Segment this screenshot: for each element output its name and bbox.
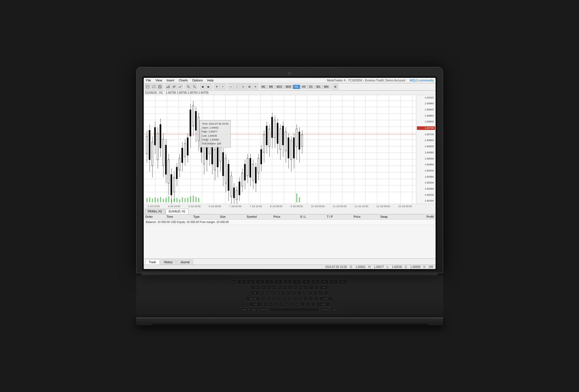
scroll-left-btn[interactable]: ◀ xyxy=(200,84,205,89)
save-btn[interactable] xyxy=(157,84,163,89)
key-f6[interactable]: F6 xyxy=(284,280,292,284)
tf-m5[interactable]: M5 xyxy=(267,85,275,89)
menu-help[interactable]: Help xyxy=(206,79,215,82)
key-h[interactable]: H xyxy=(287,296,292,301)
tf-m15[interactable]: M15 xyxy=(275,85,284,89)
tab-euxaud[interactable]: EUXAUD, H1 xyxy=(166,209,189,214)
menu-insert[interactable]: Insert xyxy=(166,79,175,82)
key-cmd-r[interactable]: command xyxy=(320,308,330,312)
key-ctrl-l[interactable]: control xyxy=(240,308,249,312)
key-v[interactable]: V xyxy=(279,302,284,306)
key-backslash[interactable]: \ xyxy=(324,291,328,295)
candlestick-chart[interactable] xyxy=(144,95,416,204)
key-f9[interactable]: F9 xyxy=(311,280,319,284)
key-g[interactable]: G xyxy=(282,296,287,301)
key-o[interactable]: O xyxy=(302,291,307,295)
line-chart-btn[interactable] xyxy=(177,84,183,89)
new-chart-btn[interactable] xyxy=(145,84,150,89)
key-equals[interactable]: = xyxy=(314,285,319,290)
key-f11[interactable]: F11 xyxy=(330,280,338,284)
key-q[interactable]: Q xyxy=(260,291,265,295)
key-shift-r[interactable]: shift xyxy=(316,302,330,306)
key-quote[interactable]: ' xyxy=(314,296,318,301)
trendline-btn[interactable]: / xyxy=(234,84,240,89)
key-z[interactable]: Z xyxy=(263,302,268,306)
indicators-btn[interactable]: # xyxy=(253,84,258,89)
key-8[interactable]: 8 xyxy=(293,285,298,290)
settings-btn[interactable]: ⊞ xyxy=(333,84,338,89)
key-6[interactable]: 6 xyxy=(283,285,287,290)
crosshair-btn[interactable]: ✛ xyxy=(214,84,220,89)
key-shift-l[interactable]: shift xyxy=(249,302,263,306)
key-k[interactable]: K xyxy=(298,296,302,301)
key-f3[interactable]: F3 xyxy=(256,280,264,284)
key-f8[interactable]: F8 xyxy=(302,280,310,284)
tf-w1[interactable]: W1 xyxy=(315,85,322,89)
plus-btn[interactable]: + xyxy=(220,84,226,89)
key-period[interactable]: . xyxy=(306,302,310,306)
key-7[interactable]: 7 xyxy=(288,285,292,290)
key-space[interactable] xyxy=(269,308,319,312)
key-m[interactable]: M xyxy=(295,302,300,306)
key-1[interactable]: 1 xyxy=(256,285,261,290)
bar-chart-btn[interactable] xyxy=(165,84,171,89)
menu-charts[interactable]: Charts xyxy=(178,79,188,82)
key-a[interactable]: A xyxy=(261,296,265,301)
key-2[interactable]: 2 xyxy=(261,285,266,290)
menu-view[interactable]: View xyxy=(155,79,163,82)
key-comma[interactable]: , xyxy=(301,302,305,306)
key-w[interactable]: W xyxy=(265,291,270,295)
key-b[interactable]: B xyxy=(285,302,289,306)
scroll-right-btn[interactable]: ▶ xyxy=(206,84,212,89)
tf-m30[interactable]: M30 xyxy=(284,85,293,89)
key-capslock[interactable]: caps lock xyxy=(246,296,260,301)
grid-btn[interactable]: ⊞ xyxy=(247,84,252,89)
key-y[interactable]: Y xyxy=(287,291,291,295)
key-p[interactable]: P xyxy=(308,291,312,295)
key-slash[interactable]: / xyxy=(311,302,316,306)
menu-options[interactable]: Options xyxy=(191,79,204,82)
mql5-link[interactable]: MQL5.community xyxy=(410,79,434,82)
key-d[interactable]: D xyxy=(272,296,276,301)
key-rbracket[interactable]: ] xyxy=(318,291,323,295)
key-option-r[interactable]: option xyxy=(330,308,339,312)
open-btn[interactable] xyxy=(151,84,157,89)
tf-m1[interactable]: M1 xyxy=(260,85,267,89)
key-f[interactable]: F xyxy=(277,296,281,301)
key-cmd-l[interactable]: command xyxy=(259,308,268,312)
candle-chart-btn[interactable] xyxy=(171,84,177,89)
key-option-l[interactable]: option xyxy=(249,308,258,312)
key-3[interactable]: 3 xyxy=(267,285,271,290)
key-l[interactable]: L xyxy=(303,296,308,301)
key-f5[interactable]: F5 xyxy=(274,280,283,284)
key-f2[interactable]: F2 xyxy=(247,280,255,284)
key-tab[interactable]: tab xyxy=(251,291,259,295)
tf-h1[interactable]: H1 xyxy=(293,85,300,89)
key-t[interactable]: T xyxy=(281,291,286,295)
key-f4[interactable]: F4 xyxy=(265,280,273,284)
text-btn[interactable]: A xyxy=(241,84,246,89)
tab-history[interactable]: History xyxy=(160,260,176,265)
key-esc[interactable]: esc xyxy=(232,280,237,284)
hline-btn[interactable]: — xyxy=(228,84,234,89)
zoom-in-btn[interactable] xyxy=(186,84,191,89)
key-i[interactable]: I xyxy=(297,291,302,295)
key-x[interactable]: X xyxy=(269,302,273,306)
tf-h4[interactable]: H4 xyxy=(300,85,307,89)
menu-file[interactable]: File xyxy=(145,79,152,82)
key-5[interactable]: 5 xyxy=(277,285,282,290)
tab-fr40m[interactable]: FR40m, H1 xyxy=(145,209,165,214)
tf-mn[interactable]: MN xyxy=(323,85,330,89)
chart-container[interactable]: 1.61023 1.60983 1.60943 1.60883 1.60833 … xyxy=(144,95,436,204)
key-return[interactable]: return xyxy=(319,296,333,301)
key-c[interactable]: C xyxy=(274,302,278,306)
key-minus[interactable]: - xyxy=(309,285,314,290)
key-r[interactable]: R xyxy=(276,291,280,295)
key-e[interactable]: E xyxy=(271,291,275,295)
key-f1[interactable]: F1 xyxy=(237,280,246,284)
key-f7[interactable]: F7 xyxy=(293,280,301,284)
key-semicolon[interactable]: ; xyxy=(309,296,313,301)
key-lbracket[interactable]: [ xyxy=(313,291,318,295)
key-tilde[interactable]: ~ xyxy=(251,285,255,290)
key-delete[interactable]: del xyxy=(320,285,328,290)
